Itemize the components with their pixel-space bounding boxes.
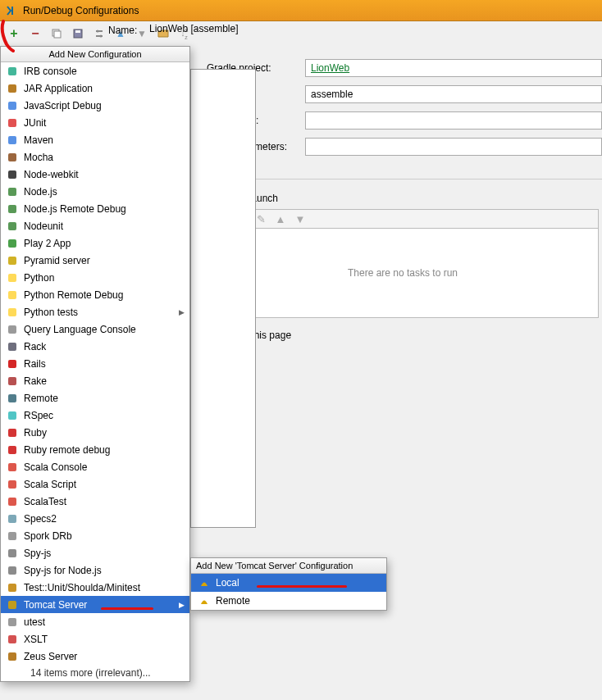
- gradle-project-field[interactable]: LionWeb: [305, 59, 602, 77]
- svg-rect-23: [8, 360, 16, 368]
- config-type-node-js[interactable]: Node.js: [1, 183, 189, 200]
- config-type-rails[interactable]: Rails: [1, 355, 189, 372]
- window-title: Run/Debug Configurations: [23, 5, 139, 16]
- config-type-label: XSLT: [24, 634, 48, 645]
- svg-rect-9: [8, 119, 16, 127]
- annotation-underline: [101, 607, 153, 610]
- save-button[interactable]: [69, 25, 87, 43]
- config-type-utest[interactable]: utest: [1, 613, 189, 630]
- config-type-remote[interactable]: Remote: [1, 389, 189, 407]
- config-type-label: Ruby: [24, 427, 47, 439]
- tasks-field[interactable]: assemble: [305, 85, 602, 103]
- scalatest-icon: [6, 495, 19, 508]
- config-type-label: Specs2: [24, 513, 57, 525]
- config-type-spy-js-for-node-js[interactable]: Spy-js for Node.js: [1, 561, 189, 579]
- config-type-node-js-remote-debug[interactable]: Node.js Remote Debug: [1, 200, 189, 217]
- svg-rect-36: [8, 584, 16, 592]
- config-type-rack[interactable]: Rack: [1, 338, 189, 355]
- config-type-irb-console[interactable]: IRB console: [1, 62, 189, 80]
- copy-button[interactable]: [48, 25, 66, 43]
- config-type-spork-drb[interactable]: Spork DRb: [1, 527, 189, 544]
- scala-console-icon: [6, 461, 19, 474]
- config-type-specs2[interactable]: Specs2: [1, 510, 189, 527]
- config-type-pyramid-server[interactable]: Pyramid server: [1, 252, 189, 269]
- config-type-tomcat-server[interactable]: Tomcat Server▶: [1, 596, 189, 613]
- config-type-jar-application[interactable]: JAR Application: [1, 80, 189, 97]
- svg-rect-19: [8, 291, 16, 299]
- config-type-scalatest[interactable]: ScalaTest: [1, 493, 189, 510]
- config-type-label: Maven: [24, 134, 53, 146]
- before-launch-section: ▼ Before launch + − ✎ ▲ ▼ There are no t…: [207, 193, 602, 341]
- rake-icon: [6, 375, 19, 388]
- config-type-mocha[interactable]: Mocha: [1, 148, 189, 166]
- config-type-junit[interactable]: JUnit: [1, 114, 189, 131]
- config-type-query-language-console[interactable]: Query Language Console: [1, 320, 189, 338]
- svg-rect-12: [8, 170, 16, 179]
- add-configuration-popup: Add New Configuration IRB consoleJAR App…: [0, 46, 190, 682]
- name-label: Name:: [108, 25, 137, 36]
- config-type-label: Rake: [24, 375, 47, 387]
- remove-button[interactable]: −: [26, 25, 44, 43]
- utest-icon: [6, 616, 19, 629]
- submenu-arrow-icon: ▶: [179, 601, 185, 609]
- play2-icon: [6, 237, 19, 250]
- config-type-python-tests[interactable]: Python tests▶: [1, 303, 189, 320]
- config-type-xslt[interactable]: XSLT: [1, 630, 189, 648]
- svg-rect-17: [8, 257, 16, 265]
- settings-button[interactable]: [90, 25, 108, 43]
- svg-rect-33: [8, 532, 16, 540]
- config-type-label: Mocha: [24, 152, 53, 163]
- svg-point-5: [100, 35, 103, 38]
- config-type-play-2-app[interactable]: Play 2 App: [1, 234, 189, 252]
- svg-rect-28: [8, 446, 16, 454]
- nodejs-remote-icon: [6, 202, 19, 216]
- more-items-link[interactable]: 14 items more (irrelevant)...: [1, 665, 189, 681]
- config-type-zeus-server[interactable]: Zeus Server: [1, 648, 189, 665]
- config-type-rspec[interactable]: RSpec: [1, 407, 189, 424]
- config-type-python[interactable]: Python: [1, 269, 189, 286]
- add-button[interactable]: +: [5, 25, 23, 43]
- config-type-label: Nodeunit: [24, 220, 63, 232]
- tomcat-submenu-remote[interactable]: Remote: [191, 592, 386, 610]
- submenu-item-label: Local: [216, 577, 239, 589]
- config-type-scala-console[interactable]: Scala Console: [1, 458, 189, 475]
- no-tasks-text: There are no tasks to run: [348, 267, 458, 279]
- rspec-icon: [6, 409, 19, 422]
- config-type-javascript-debug[interactable]: JavaScript Debug: [1, 97, 189, 114]
- config-type-label: Rack: [24, 341, 46, 352]
- config-type-label: Python: [24, 272, 54, 284]
- app-icon: [5, 4, 18, 17]
- config-type-label: Spork DRb: [24, 530, 72, 542]
- tomcat-icon: [198, 576, 211, 589]
- config-type-label: Remote: [24, 393, 58, 404]
- config-type-label: JavaScript Debug: [24, 100, 102, 111]
- maven-icon: [6, 134, 19, 147]
- config-type-label: Scala Script: [24, 479, 76, 490]
- bl-up-button[interactable]: ▲: [273, 211, 288, 226]
- before-launch-header[interactable]: ▼ Before launch: [207, 193, 602, 204]
- script-params-field[interactable]: [305, 138, 602, 156]
- bl-down-button[interactable]: ▼: [293, 211, 308, 226]
- config-type-ruby[interactable]: Ruby: [1, 424, 189, 441]
- name-input[interactable]: LionWeb [assemble]: [149, 23, 602, 41]
- config-type-nodeunit[interactable]: Nodeunit: [1, 217, 189, 234]
- svg-rect-10: [8, 136, 16, 144]
- config-type-test-unit-shoulda-minitest[interactable]: Test::Unit/Shoulda/Minitest: [1, 579, 189, 596]
- svg-rect-31: [8, 498, 16, 506]
- config-type-maven[interactable]: Maven: [1, 131, 189, 148]
- svg-rect-18: [8, 274, 16, 282]
- vm-options-field[interactable]: [305, 111, 602, 130]
- nodewebkit-icon: [6, 168, 19, 181]
- config-type-python-remote-debug[interactable]: Python Remote Debug: [1, 286, 189, 303]
- toolbar: + − ▲ ▼ ↓az Name: LionWeb [assemble]: [0, 21, 602, 46]
- config-type-node-webkit[interactable]: Node-webkit: [1, 166, 189, 183]
- config-type-label: Spy-js: [24, 548, 51, 559]
- config-type-ruby-remote-debug[interactable]: Ruby remote debug: [1, 441, 189, 458]
- remote-icon: [6, 392, 19, 405]
- svg-rect-24: [8, 377, 16, 385]
- config-type-rake[interactable]: Rake: [1, 372, 189, 389]
- tomcat-submenu-local[interactable]: Local: [191, 574, 386, 592]
- config-type-spy-js[interactable]: Spy-js: [1, 544, 189, 561]
- svg-rect-40: [8, 652, 16, 661]
- config-type-scala-script[interactable]: Scala Script: [1, 475, 189, 493]
